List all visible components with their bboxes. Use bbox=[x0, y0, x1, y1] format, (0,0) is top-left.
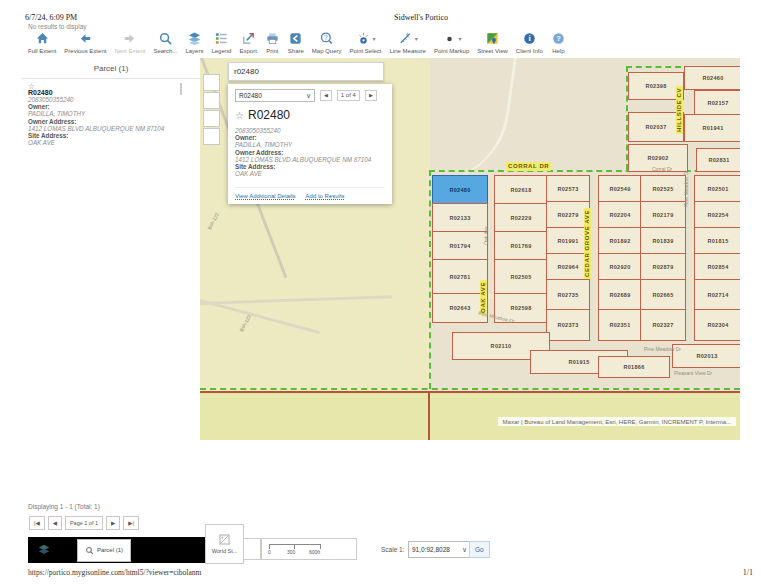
popup-result-dropdown[interactable]: R02480 ∨ bbox=[235, 89, 315, 102]
map-parcel[interactable]: R01892 bbox=[598, 227, 642, 255]
toolbar: Full ExtentPrevious ExtentNext ExtentSea… bbox=[28, 30, 566, 54]
popup-site-address-label: Site Address: bbox=[235, 163, 385, 170]
pager-prev-button[interactable]: ◀ bbox=[48, 516, 62, 530]
result-list-item[interactable]: ☆ R02480 2083050355240 Owner: PADILLA, T… bbox=[22, 79, 200, 146]
map-parcel[interactable]: R02831 bbox=[696, 148, 740, 172]
map-parcel[interactable]: R02665 bbox=[640, 279, 686, 311]
map-zoom-out-button[interactable] bbox=[203, 92, 220, 109]
tab-parcel-results[interactable]: Parcel (1) bbox=[77, 539, 131, 562]
toolbar-item-layers[interactable]: Layers bbox=[185, 30, 203, 54]
go-button[interactable]: Go bbox=[469, 541, 490, 558]
toolbar-item-help[interactable]: ?Help bbox=[551, 30, 566, 54]
map-parcel[interactable]: R02157 bbox=[694, 90, 740, 116]
street-label: CORRAL DR bbox=[506, 162, 551, 171]
map-trail bbox=[386, 58, 519, 193]
layers-icon bbox=[37, 543, 51, 557]
popup-favorite-star-icon[interactable]: ☆ bbox=[235, 110, 244, 121]
map-parcel[interactable]: R02573 bbox=[546, 175, 590, 203]
popup-owner-address-value: 1412 LOMAS BLVD ALBUQUERQUE NM 87104 bbox=[235, 156, 385, 163]
map-parcel[interactable]: R02525 bbox=[640, 175, 686, 203]
map-parcel[interactable]: R02920 bbox=[598, 253, 642, 281]
map-parcel[interactable]: R02689 bbox=[598, 279, 642, 311]
map-parcel[interactable]: R02304 bbox=[694, 309, 740, 341]
map-parcel[interactable]: R02013 bbox=[672, 344, 740, 368]
layers-icon bbox=[187, 30, 202, 46]
basemap-label: World St... bbox=[212, 548, 238, 554]
pager-first-button[interactable]: |◀ bbox=[29, 516, 45, 530]
toolbar-item-client-info[interactable]: iClient Info bbox=[516, 30, 543, 54]
popup-page-indicator: 1 of 4 bbox=[337, 90, 360, 101]
map-parcel[interactable]: R02133 bbox=[432, 203, 488, 233]
popup-owner-value: PADILLA, TIMOTHY bbox=[235, 141, 385, 148]
toolbar-item-street-view[interactable]: Street View bbox=[477, 30, 508, 54]
overview-map-button[interactable] bbox=[243, 538, 261, 560]
map-parcel[interactable]: R02505 bbox=[494, 259, 548, 295]
results-count-text: Displaying 1 - 1 (Total: 1) bbox=[28, 503, 100, 510]
results-pager: |◀ ◀ Page 1 of 1 ▶ ▶| bbox=[29, 516, 139, 530]
toolbar-item-label: Line Measure bbox=[390, 48, 426, 54]
toolbar-item-label: Map Query bbox=[312, 48, 342, 54]
toolbar-item-export[interactable]: Export bbox=[239, 30, 256, 54]
map-parcel[interactable]: R02327 bbox=[640, 309, 686, 341]
map-parcel[interactable]: R02854 bbox=[694, 253, 740, 281]
client-info-icon: i bbox=[522, 30, 537, 46]
toolbar-item-share[interactable]: Share bbox=[288, 30, 304, 54]
pager-next-button[interactable]: ▶ bbox=[106, 516, 120, 530]
popup-next-button[interactable]: ▶ bbox=[365, 90, 377, 101]
tab-layers[interactable] bbox=[37, 543, 51, 557]
popup-owner-label: Owner: bbox=[235, 134, 385, 141]
toolbar-item-point-markup[interactable]: ▾Point Markup bbox=[434, 30, 469, 54]
owner-address-value: 1412 LOMAS BLVD ALBUQUERQUE NM 87104 bbox=[28, 125, 192, 132]
toolbar-item-label: Help bbox=[552, 48, 564, 54]
parcel-number: 2083050355240 bbox=[28, 96, 192, 103]
toolbar-item-label: Share bbox=[288, 48, 304, 54]
map-parcel[interactable]: R02879 bbox=[640, 253, 686, 281]
map-parcel[interactable]: R02501 bbox=[694, 175, 740, 203]
toolbar-item-previous-extent[interactable]: Previous Extent bbox=[64, 30, 106, 54]
toolbar-item-map-query[interactable]: ?Map Query bbox=[312, 30, 342, 54]
map-parcel[interactable]: R01794 bbox=[432, 231, 488, 261]
map-locate-button[interactable] bbox=[203, 128, 220, 145]
map-canvas[interactable]: R02480R02133R01794R02781R02643R02618R022… bbox=[200, 58, 740, 440]
map-zoom-in-button[interactable] bbox=[203, 74, 220, 91]
panel-scrollbar[interactable] bbox=[180, 83, 182, 95]
add-to-results-link[interactable]: Add to Results bbox=[306, 193, 345, 199]
popup-prev-button[interactable]: ◀ bbox=[320, 90, 332, 101]
map-parcel-selected[interactable]: R02480 bbox=[432, 175, 488, 205]
map-parcel[interactable]: R02460 bbox=[684, 66, 740, 90]
pager-last-button[interactable]: ▶| bbox=[123, 516, 139, 530]
map-parcel[interactable]: R02714 bbox=[694, 279, 740, 311]
site-address-label: Site Address: bbox=[28, 132, 192, 139]
toolbar-item-full-extent[interactable]: Full Extent bbox=[28, 30, 56, 54]
toolbar-item-point-select[interactable]: ▾Point Select bbox=[350, 30, 382, 54]
toolbar-item-print[interactable]: Print bbox=[265, 30, 280, 54]
toolbar-item-legend[interactable]: Legend bbox=[211, 30, 231, 54]
map-parcel[interactable]: R02254 bbox=[694, 201, 740, 229]
map-parcel[interactable]: R02618 bbox=[494, 175, 548, 205]
home-icon bbox=[35, 30, 50, 46]
basemap-world-street[interactable]: World St... bbox=[205, 524, 244, 564]
map-parcel[interactable]: R01941 bbox=[684, 114, 740, 142]
map-parcel[interactable]: R02229 bbox=[494, 203, 548, 233]
view-additional-details-link[interactable]: View Additional Details bbox=[235, 193, 296, 199]
svg-text:?: ? bbox=[556, 34, 561, 43]
toolbar-item-next-extent: Next Extent bbox=[114, 30, 145, 54]
map-parcel[interactable]: R02351 bbox=[598, 309, 642, 341]
map-search-input[interactable]: r02480 bbox=[228, 62, 384, 81]
map-parcel[interactable]: R02179 bbox=[640, 201, 686, 229]
toolbar-item-search[interactable]: Search... bbox=[153, 30, 177, 54]
map-parcel[interactable]: R01815 bbox=[694, 227, 740, 255]
scale-input[interactable]: 91,0:92,8028 ∨ bbox=[408, 541, 471, 558]
toolbar-item-line-measure[interactable]: ▾Line Measure bbox=[390, 30, 426, 54]
map-home-button[interactable] bbox=[203, 110, 220, 127]
map-parcel[interactable]: R01839 bbox=[640, 227, 686, 255]
map-parcel[interactable]: R02549 bbox=[598, 175, 642, 203]
map-parcel[interactable]: R01866 bbox=[598, 356, 670, 378]
map-parcel[interactable]: R02735 bbox=[546, 279, 590, 311]
arrow-right-icon bbox=[122, 30, 137, 46]
street-label: Pine Meadow Dr bbox=[683, 170, 689, 207]
map-parcel[interactable]: R01769 bbox=[494, 231, 548, 261]
point-select-icon: ▾ bbox=[356, 30, 376, 46]
map-parcel[interactable]: R02204 bbox=[598, 201, 642, 229]
map-parcel[interactable]: R02373 bbox=[546, 309, 590, 341]
